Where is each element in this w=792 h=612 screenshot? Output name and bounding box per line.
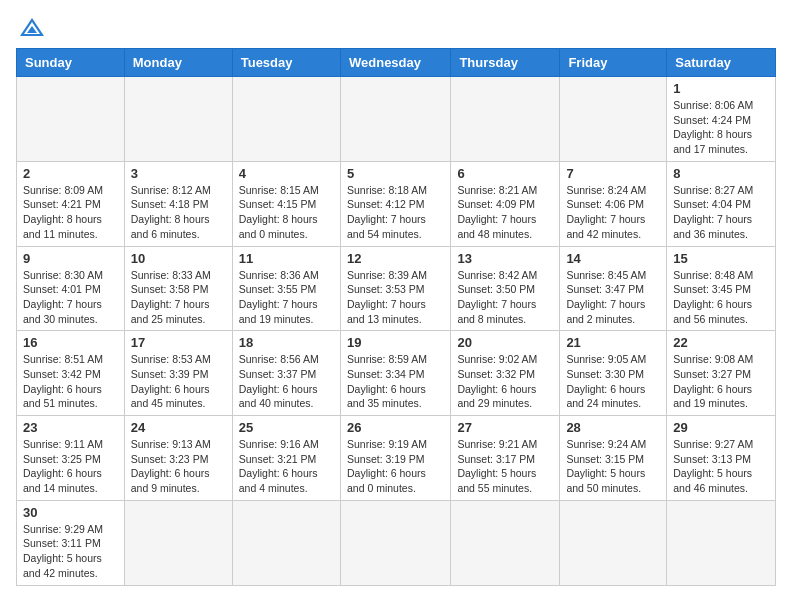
page-header: [16, 16, 776, 38]
day-number: 15: [673, 251, 769, 266]
day-number: 29: [673, 420, 769, 435]
day-info: Sunrise: 8:15 AM Sunset: 4:15 PM Dayligh…: [239, 183, 334, 242]
day-number: 1: [673, 81, 769, 96]
logo: [16, 16, 46, 38]
day-info: Sunrise: 8:06 AM Sunset: 4:24 PM Dayligh…: [673, 98, 769, 157]
weekday-header-wednesday: Wednesday: [340, 49, 450, 77]
calendar-cell: [560, 500, 667, 585]
calendar-cell: 10Sunrise: 8:33 AM Sunset: 3:58 PM Dayli…: [124, 246, 232, 331]
day-number: 11: [239, 251, 334, 266]
day-info: Sunrise: 9:29 AM Sunset: 3:11 PM Dayligh…: [23, 522, 118, 581]
day-number: 21: [566, 335, 660, 350]
day-info: Sunrise: 9:24 AM Sunset: 3:15 PM Dayligh…: [566, 437, 660, 496]
calendar-cell: 15Sunrise: 8:48 AM Sunset: 3:45 PM Dayli…: [667, 246, 776, 331]
calendar-cell: 3Sunrise: 8:12 AM Sunset: 4:18 PM Daylig…: [124, 161, 232, 246]
day-number: 22: [673, 335, 769, 350]
day-info: Sunrise: 8:42 AM Sunset: 3:50 PM Dayligh…: [457, 268, 553, 327]
calendar-cell: 27Sunrise: 9:21 AM Sunset: 3:17 PM Dayli…: [451, 416, 560, 501]
day-info: Sunrise: 8:51 AM Sunset: 3:42 PM Dayligh…: [23, 352, 118, 411]
calendar-cell: 12Sunrise: 8:39 AM Sunset: 3:53 PM Dayli…: [340, 246, 450, 331]
day-number: 12: [347, 251, 444, 266]
calendar-cell: 6Sunrise: 8:21 AM Sunset: 4:09 PM Daylig…: [451, 161, 560, 246]
calendar-cell: [451, 77, 560, 162]
calendar-cell: [560, 77, 667, 162]
calendar-cell: 17Sunrise: 8:53 AM Sunset: 3:39 PM Dayli…: [124, 331, 232, 416]
day-info: Sunrise: 8:39 AM Sunset: 3:53 PM Dayligh…: [347, 268, 444, 327]
day-number: 26: [347, 420, 444, 435]
day-number: 10: [131, 251, 226, 266]
calendar-cell: 24Sunrise: 9:13 AM Sunset: 3:23 PM Dayli…: [124, 416, 232, 501]
day-info: Sunrise: 8:21 AM Sunset: 4:09 PM Dayligh…: [457, 183, 553, 242]
calendar-cell: [451, 500, 560, 585]
calendar-cell: 13Sunrise: 8:42 AM Sunset: 3:50 PM Dayli…: [451, 246, 560, 331]
day-info: Sunrise: 9:21 AM Sunset: 3:17 PM Dayligh…: [457, 437, 553, 496]
day-info: Sunrise: 9:05 AM Sunset: 3:30 PM Dayligh…: [566, 352, 660, 411]
day-number: 6: [457, 166, 553, 181]
calendar-cell: 28Sunrise: 9:24 AM Sunset: 3:15 PM Dayli…: [560, 416, 667, 501]
calendar-cell: [340, 77, 450, 162]
calendar-table: SundayMondayTuesdayWednesdayThursdayFrid…: [16, 48, 776, 586]
day-info: Sunrise: 8:27 AM Sunset: 4:04 PM Dayligh…: [673, 183, 769, 242]
day-info: Sunrise: 9:19 AM Sunset: 3:19 PM Dayligh…: [347, 437, 444, 496]
day-info: Sunrise: 8:30 AM Sunset: 4:01 PM Dayligh…: [23, 268, 118, 327]
day-number: 23: [23, 420, 118, 435]
day-info: Sunrise: 9:02 AM Sunset: 3:32 PM Dayligh…: [457, 352, 553, 411]
day-info: Sunrise: 8:56 AM Sunset: 3:37 PM Dayligh…: [239, 352, 334, 411]
day-info: Sunrise: 8:18 AM Sunset: 4:12 PM Dayligh…: [347, 183, 444, 242]
calendar-cell: [340, 500, 450, 585]
day-info: Sunrise: 9:13 AM Sunset: 3:23 PM Dayligh…: [131, 437, 226, 496]
day-info: Sunrise: 8:09 AM Sunset: 4:21 PM Dayligh…: [23, 183, 118, 242]
weekday-header-friday: Friday: [560, 49, 667, 77]
calendar-cell: 2Sunrise: 8:09 AM Sunset: 4:21 PM Daylig…: [17, 161, 125, 246]
weekday-header-tuesday: Tuesday: [232, 49, 340, 77]
day-number: 28: [566, 420, 660, 435]
calendar-cell: 21Sunrise: 9:05 AM Sunset: 3:30 PM Dayli…: [560, 331, 667, 416]
day-info: Sunrise: 9:08 AM Sunset: 3:27 PM Dayligh…: [673, 352, 769, 411]
weekday-header-monday: Monday: [124, 49, 232, 77]
day-number: 27: [457, 420, 553, 435]
day-number: 16: [23, 335, 118, 350]
day-number: 7: [566, 166, 660, 181]
day-number: 17: [131, 335, 226, 350]
day-number: 9: [23, 251, 118, 266]
day-info: Sunrise: 9:11 AM Sunset: 3:25 PM Dayligh…: [23, 437, 118, 496]
calendar-week-row-5: 23Sunrise: 9:11 AM Sunset: 3:25 PM Dayli…: [17, 416, 776, 501]
calendar-cell: 22Sunrise: 9:08 AM Sunset: 3:27 PM Dayli…: [667, 331, 776, 416]
calendar-cell: [667, 500, 776, 585]
calendar-cell: 8Sunrise: 8:27 AM Sunset: 4:04 PM Daylig…: [667, 161, 776, 246]
calendar-cell: 29Sunrise: 9:27 AM Sunset: 3:13 PM Dayli…: [667, 416, 776, 501]
day-info: Sunrise: 8:53 AM Sunset: 3:39 PM Dayligh…: [131, 352, 226, 411]
calendar-cell: 20Sunrise: 9:02 AM Sunset: 3:32 PM Dayli…: [451, 331, 560, 416]
calendar-cell: [232, 500, 340, 585]
day-info: Sunrise: 8:48 AM Sunset: 3:45 PM Dayligh…: [673, 268, 769, 327]
day-info: Sunrise: 9:16 AM Sunset: 3:21 PM Dayligh…: [239, 437, 334, 496]
calendar-cell: 30Sunrise: 9:29 AM Sunset: 3:11 PM Dayli…: [17, 500, 125, 585]
day-number: 5: [347, 166, 444, 181]
calendar-cell: 19Sunrise: 8:59 AM Sunset: 3:34 PM Dayli…: [340, 331, 450, 416]
day-number: 2: [23, 166, 118, 181]
calendar-cell: 9Sunrise: 8:30 AM Sunset: 4:01 PM Daylig…: [17, 246, 125, 331]
day-number: 8: [673, 166, 769, 181]
calendar-cell: 16Sunrise: 8:51 AM Sunset: 3:42 PM Dayli…: [17, 331, 125, 416]
calendar-cell: 25Sunrise: 9:16 AM Sunset: 3:21 PM Dayli…: [232, 416, 340, 501]
calendar-week-row-3: 9Sunrise: 8:30 AM Sunset: 4:01 PM Daylig…: [17, 246, 776, 331]
day-info: Sunrise: 8:24 AM Sunset: 4:06 PM Dayligh…: [566, 183, 660, 242]
calendar-week-row-4: 16Sunrise: 8:51 AM Sunset: 3:42 PM Dayli…: [17, 331, 776, 416]
calendar-week-row-6: 30Sunrise: 9:29 AM Sunset: 3:11 PM Dayli…: [17, 500, 776, 585]
calendar-cell: [232, 77, 340, 162]
calendar-week-row-2: 2Sunrise: 8:09 AM Sunset: 4:21 PM Daylig…: [17, 161, 776, 246]
day-number: 30: [23, 505, 118, 520]
calendar-cell: 5Sunrise: 8:18 AM Sunset: 4:12 PM Daylig…: [340, 161, 450, 246]
weekday-header-sunday: Sunday: [17, 49, 125, 77]
day-info: Sunrise: 8:45 AM Sunset: 3:47 PM Dayligh…: [566, 268, 660, 327]
calendar-cell: [124, 500, 232, 585]
calendar-cell: 18Sunrise: 8:56 AM Sunset: 3:37 PM Dayli…: [232, 331, 340, 416]
day-number: 25: [239, 420, 334, 435]
weekday-header-saturday: Saturday: [667, 49, 776, 77]
day-info: Sunrise: 8:12 AM Sunset: 4:18 PM Dayligh…: [131, 183, 226, 242]
day-info: Sunrise: 9:27 AM Sunset: 3:13 PM Dayligh…: [673, 437, 769, 496]
calendar-cell: 23Sunrise: 9:11 AM Sunset: 3:25 PM Dayli…: [17, 416, 125, 501]
day-number: 19: [347, 335, 444, 350]
calendar-cell: [124, 77, 232, 162]
day-number: 18: [239, 335, 334, 350]
